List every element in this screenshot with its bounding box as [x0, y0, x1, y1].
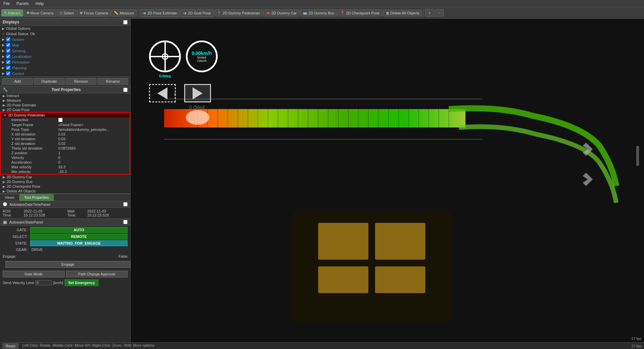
prop-measure[interactable]: ▶ Measure — [0, 98, 130, 103]
dummy-car-button[interactable]: 🚗 2D Dummy Car — [263, 9, 299, 16]
prop-2d-pose-estimate[interactable]: ▶ 2D Pose Estimate — [0, 103, 130, 107]
select-value: REMOTE — [30, 234, 128, 240]
svg-rect-0 — [164, 109, 466, 127]
statusbar-left: Reset Left-Click: Rotate. Middle-Click: … — [3, 343, 155, 349]
sub-prop-target-frame: Target Frame <Fixed Frame> — [1, 122, 130, 127]
perception-checkbox[interactable] — [6, 60, 10, 64]
menu-file[interactable]: File — [0, 1, 13, 7]
y-std-label: Y std deviation — [11, 137, 58, 141]
datetime-checkbox[interactable] — [123, 202, 128, 206]
tree-item-control[interactable]: ▶ Control — [0, 71, 130, 76]
pose-estimate-button[interactable]: ➜ 2D Pose Estimate — [140, 9, 180, 17]
tool-properties-checkbox[interactable] — [123, 88, 128, 92]
tree-item-perception[interactable]: ▶ Perception — [0, 59, 130, 65]
pose-estimate-icon: ➜ — [142, 10, 146, 16]
gate-mode-button[interactable]: Gate Mode — [3, 271, 65, 277]
y-std-value: 0.03 — [58, 137, 65, 141]
prop-delete-all-objects[interactable]: ▶ Delete All Objects — [0, 189, 130, 193]
menu-panels[interactable]: Panels — [13, 1, 32, 7]
canvas-area[interactable]: 0 0 Oded 0.0deg — [131, 19, 644, 342]
sensing-checkbox[interactable] — [6, 49, 10, 53]
prop-2d-goal-pose[interactable]: ▶ 2D Goal Pose — [0, 107, 130, 112]
add-button[interactable]: Add — [2, 78, 33, 85]
system-checkbox[interactable] — [6, 37, 10, 41]
menu-help[interactable]: Help — [32, 1, 47, 7]
x-std-label: X std deviation — [11, 132, 58, 136]
svg-marker-38 — [583, 173, 593, 186]
svg-rect-31 — [291, 211, 452, 322]
tool-properties-header: 🔧 Tool Properties — [0, 86, 130, 93]
planning-label: Planning — [12, 66, 26, 70]
localization-checkbox[interactable] — [6, 54, 10, 59]
tree-item-localization[interactable]: ▶ Localization — [0, 54, 130, 59]
tree-item-map[interactable]: ▶ Map — [0, 42, 130, 48]
theta-std-label: Theta std deviation — [11, 146, 58, 150]
toolbar-plus-button[interactable]: ＋ — [425, 9, 434, 17]
map-checkbox[interactable] — [6, 43, 10, 47]
move-camera-button[interactable]: ✥ Move Camera — [24, 9, 56, 16]
delete-all-button[interactable]: 🗑 Delete All Objects — [383, 10, 422, 16]
dummy-bus-button[interactable]: 🚌 2D Dummy Bus — [300, 9, 337, 16]
goal-pose-button[interactable]: ➜ 2D Goal Pose — [180, 9, 213, 17]
toolbar-separator2 — [423, 9, 424, 17]
speed-limited: limited — [197, 56, 206, 59]
interact-button[interactable]: ↖ Interact — [1, 9, 23, 16]
svg-text:0 Oded: 0 Oded — [189, 105, 205, 110]
statusbar: Reset Left-Click: Rotate. Middle-Click: … — [0, 342, 644, 349]
remove-button[interactable]: Remove — [66, 78, 96, 85]
reset-button[interactable]: Reset — [3, 343, 18, 349]
rename-button[interactable]: Rename — [97, 78, 128, 85]
prop-2d-dummy-bus[interactable]: ▶ 2D Dummy Bus — [0, 179, 130, 184]
measure-button[interactable]: 📏 Measure — [111, 9, 137, 16]
duplicate-button[interactable]: Duplicate — [34, 78, 65, 85]
engage-value: False — [119, 254, 128, 258]
right-arrow-button[interactable] — [184, 84, 211, 102]
velocity-input[interactable] — [35, 280, 52, 285]
focus-camera-label: Focus Camera — [84, 11, 108, 15]
dummy-pedestrian-button[interactable]: 🚶 2D Dummy Pedestrian — [214, 9, 263, 16]
engage-button[interactable]: Engage — [5, 261, 130, 268]
tree-item-global-status[interactable]: ✓ Global Status: Ok — [0, 31, 130, 36]
prop-interact[interactable]: ▶ Interact — [0, 93, 130, 98]
ros-time-label: ROS Time: — [3, 209, 20, 217]
sub-prop-theta-std: Theta std deviation 0.0872665 — [1, 146, 130, 151]
toolbar-minus-button[interactable]: － — [435, 9, 444, 17]
planning-checkbox[interactable] — [6, 66, 10, 70]
prop-dummy-pedestrian[interactable]: ▼ 2D Dummy Pedestrian — [1, 113, 130, 117]
speed-gauge-widget: 0.00km/h limited 72km/h — [186, 40, 218, 72]
prop-2d-dummy-car[interactable]: ▶ 2D Dummy Car — [0, 175, 130, 179]
tab-tool-properties[interactable]: Tool Properties — [19, 194, 54, 201]
datetime-header: 🕐 AutowareDateTimePanel — [0, 201, 130, 208]
steering-wheel-widget: 0.0deg — [149, 40, 181, 72]
tree-item-sensing[interactable]: ▶ Sensing — [0, 48, 130, 54]
right-arrow-icon — [193, 87, 203, 99]
path-change-approval-button[interactable]: Path Change Approval — [66, 271, 128, 277]
displays-checkbox[interactable] — [123, 20, 128, 24]
prop-dummy-pedestrian-label: 2D Dummy Pedestrian — [8, 113, 45, 117]
set-emergency-button[interactable]: Set Emergency — [65, 279, 98, 286]
tab-views[interactable]: Views — [0, 194, 19, 201]
wall-time-label: Wall Time: — [67, 209, 84, 217]
sub-prop-velocity: Velocity 0 — [1, 155, 130, 160]
focus-camera-icon: ⊕ — [80, 11, 83, 15]
map-label: Map — [12, 43, 19, 47]
state-checkbox[interactable] — [123, 220, 128, 224]
interactive-checkbox[interactable] — [58, 118, 63, 122]
sub-prop-y-std: Y std deviation 0.03 — [1, 137, 130, 141]
prop-2d-checkpoint-pose[interactable]: ▶ 2D Checkpoint Pose — [0, 184, 130, 189]
svg-rect-33 — [375, 223, 425, 260]
tree-item-planning[interactable]: ▶ Planning — [0, 65, 130, 71]
arrow-icon: ▶ — [2, 27, 5, 30]
control-checkbox[interactable] — [6, 71, 10, 76]
engage-label: Engage: — [3, 254, 16, 258]
select-button[interactable]: ◻ Select — [57, 9, 77, 16]
checkpoint-pose-button[interactable]: 📍 2D Checkpoint Pose — [338, 9, 382, 16]
focus-camera-button[interactable]: ⊕ Focus Camera — [77, 9, 111, 16]
displays-header: Displays — [0, 19, 130, 26]
tree-item-global-options[interactable]: ▶ Global Options — [0, 26, 130, 31]
checkpoint-pose-label: 2D Checkpoint Pose — [346, 11, 379, 15]
left-arrow-button[interactable] — [149, 84, 176, 102]
tab-bar: Views Tool Properties — [0, 194, 130, 201]
speed-value: 0.00km/h — [192, 51, 212, 56]
tree-item-system[interactable]: ▶ System — [0, 36, 130, 42]
